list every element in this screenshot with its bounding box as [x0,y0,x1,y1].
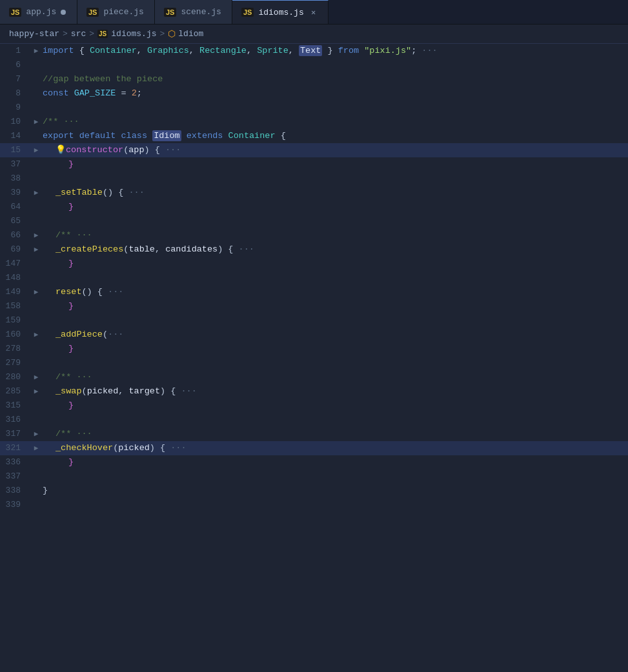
class-icon: ⬡ [168,28,176,39]
code-content: export default class Idiom extends Conta… [41,129,628,143]
bc-src: src [71,29,86,39]
code-line-285: 285 ▶ _swap(picked, target) { ··· [0,384,628,399]
tab-scene-js[interactable]: JS scene.js [155,0,232,24]
line-number: 66 [0,228,31,242]
code-line-316: 316 [0,413,628,427]
breadcrumb: happy-star > src > JS idioms.js > ⬡ ldio… [0,25,628,44]
tab-label: app.js [26,7,56,17]
line-number: 279 [0,356,31,370]
line-number: 38 [0,172,31,186]
fold-arrow[interactable]: ▶ [31,228,41,242]
code-line-147: 147 } [0,257,628,271]
code-content: _addPiece(··· [41,328,628,342]
code-line-321: 321 ▶ _checkHover(picked) { ··· [0,441,628,455]
js-icon: JS [86,8,99,17]
line-number: 337 [0,469,31,484]
fold-arrow[interactable]: ▶ [31,115,41,129]
code-content [41,498,628,512]
line-number: 64 [0,200,31,214]
code-editor[interactable]: 1 ▶ import { Container, Graphics, Rectan… [0,44,628,512]
line-number: 158 [0,299,31,313]
tab-idioms-js[interactable]: JS idioms.js ✕ [232,0,329,24]
code-line-6: 6 [0,58,628,72]
tab-close-button[interactable]: ✕ [309,7,319,17]
fold-arrow[interactable]: ▶ [31,242,41,257]
tab-bar: JS app.js JS piece.js JS scene.js JS idi… [0,0,628,25]
code-content: import { Container, Graphics, Rectangle,… [41,44,628,58]
fold-arrow[interactable]: ▶ [31,143,41,157]
code-line-337: 337 [0,469,628,484]
code-line-8: 8 const GAP_SIZE = 2; [0,86,628,101]
code-content [41,58,628,72]
bc-root: happy-star [9,29,59,39]
line-number: 280 [0,370,31,384]
code-content: _checkHover(picked) { ··· [41,441,628,455]
fold-arrow[interactable]: ▶ [31,370,41,384]
code-line-64: 64 } [0,200,628,214]
code-content: } [41,157,628,172]
code-line-15: 15 ▶ 💡constructor(app) { ··· [0,143,628,157]
code-line-69: 69 ▶ _createPieces(table, candidates) { … [0,242,628,257]
line-number: 317 [0,427,31,441]
code-line-339: 339 [0,498,628,512]
line-number: 148 [0,271,31,285]
code-line-14: 14 export default class Idiom extends Co… [0,129,628,143]
code-line-38: 38 [0,172,628,186]
code-content: //gap between the piece [41,72,628,86]
bc-class-name: ldiom [178,29,203,39]
js-icon: JS [164,8,176,17]
code-content: } [41,342,628,356]
tab-label: scene.js [181,7,221,17]
code-content: } [41,257,628,271]
code-content [41,313,628,328]
tab-piece-js[interactable]: JS piece.js [77,0,155,24]
js-icon-bc: JS [97,30,108,38]
code-line-1: 1 ▶ import { Container, Graphics, Rectan… [0,44,628,58]
js-icon: JS [241,8,254,17]
line-number: 147 [0,257,31,271]
code-line-158: 158 } [0,299,628,313]
code-content [41,271,628,285]
line-number: 278 [0,342,31,356]
line-number: 336 [0,455,31,469]
code-line-39: 39 ▶ _setTable() { ··· [0,186,628,200]
fold-arrow[interactable]: ▶ [31,441,41,455]
code-line-317: 317 ▶ /** ··· [0,427,628,441]
fold-arrow[interactable]: ▶ [31,44,41,58]
code-line-149: 149 ▶ reset() { ··· [0,285,628,299]
line-number: 8 [0,86,31,101]
code-content [41,356,628,370]
fold-arrow[interactable]: ▶ [31,186,41,200]
code-content [41,413,628,427]
code-line-159: 159 [0,313,628,328]
fold-arrow[interactable]: ▶ [31,427,41,441]
code-content: 💡constructor(app) { ··· [41,143,628,157]
js-icon: JS [9,8,21,17]
line-number: 10 [0,115,31,129]
fold-arrow[interactable]: ▶ [31,328,41,342]
fold-arrow[interactable]: ▶ [31,285,41,299]
line-number: 7 [0,72,31,86]
code-content: /** ··· [41,427,628,441]
code-line-338: 338 } [0,484,628,498]
bc-sep-1: > [63,29,68,39]
code-line-66: 66 ▶ /** ··· [0,228,628,242]
code-line-9: 9 [0,101,628,115]
line-number: 160 [0,328,31,342]
code-content: } [41,200,628,214]
code-line-10: 10 ▶ /** ··· [0,115,628,129]
line-number: 9 [0,101,31,115]
code-line-336: 336 } [0,455,628,469]
code-content: _swap(picked, target) { ··· [41,384,628,399]
line-number: 1 [0,44,31,58]
code-content: } [41,484,628,498]
fold-arrow[interactable]: ▶ [31,384,41,399]
line-number: 14 [0,129,31,143]
bc-sep-3: > [160,29,165,39]
line-number: 338 [0,484,31,498]
code-content: _setTable() { ··· [41,186,628,200]
tab-app-js[interactable]: JS app.js [0,0,77,24]
unsaved-dot [61,10,66,15]
code-content: /** ··· [41,370,628,384]
tab-label: idioms.js [258,8,303,17]
